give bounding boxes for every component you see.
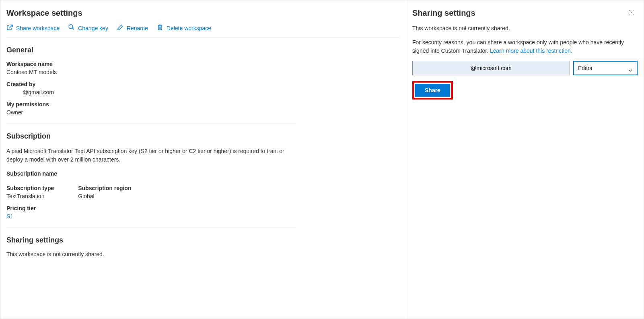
subscription-description: A paid Microsoft Translator Text API sub…	[6, 147, 296, 164]
close-button[interactable]	[628, 9, 636, 17]
share-workspace-button[interactable]: Share workspace	[6, 24, 60, 32]
role-select[interactable]: Editor	[573, 61, 638, 75]
pricing-tier-label: Pricing tier	[6, 205, 400, 211]
sharing-settings-panel: Sharing settings This workspace is not c…	[406, 0, 644, 319]
panel-status: This workspace is not currently shared.	[412, 24, 638, 33]
toolbar-label: Change key	[78, 25, 108, 31]
edit-icon	[117, 24, 123, 32]
toolbar: Share workspace Change key Rename Delete…	[6, 24, 400, 38]
subscription-region-value: Global	[78, 193, 131, 199]
subscription-heading: Subscription	[6, 132, 400, 141]
role-select-value: Editor	[578, 65, 593, 71]
toolbar-label: Rename	[127, 25, 148, 31]
learn-more-link[interactable]: Learn more about this restriction.	[490, 48, 572, 54]
permissions-label: My permissions	[6, 101, 400, 108]
subscription-type-label: Subscription type	[6, 185, 54, 191]
toolbar-label: Delete workspace	[167, 25, 211, 31]
share-button-highlight: Share	[412, 81, 453, 99]
sharing-heading: Sharing settings	[6, 236, 400, 244]
share-email-input[interactable]	[412, 61, 570, 75]
panel-security-note: For security reasons, you can share a wo…	[412, 38, 638, 55]
key-icon	[68, 24, 75, 32]
panel-title: Sharing settings	[412, 8, 638, 18]
subscription-name-label: Subscription name	[6, 170, 400, 177]
rename-button[interactable]: Rename	[117, 24, 148, 32]
created-by-label: Created by	[6, 81, 400, 87]
delete-workspace-button[interactable]: Delete workspace	[157, 24, 211, 32]
divider	[6, 124, 296, 124]
sharing-status: This workspace is not currently shared.	[6, 251, 400, 257]
workspace-settings-panel: Workspace settings Share workspace Chang…	[0, 0, 406, 319]
page-title: Workspace settings	[6, 8, 400, 18]
subscription-type-value: TextTranslation	[6, 193, 54, 199]
share-button[interactable]: Share	[415, 84, 450, 97]
close-icon	[628, 10, 635, 17]
trash-icon	[157, 24, 163, 32]
workspace-name-label: Workspace name	[6, 61, 400, 67]
permissions-value: Owner	[6, 109, 400, 116]
subscription-region-label: Subscription region	[78, 185, 131, 191]
general-heading: General	[6, 46, 400, 54]
workspace-name-value: Contoso MT models	[6, 69, 400, 75]
created-by-value: @gmail.com	[6, 89, 400, 95]
pricing-tier-value: S1	[6, 213, 400, 220]
change-key-button[interactable]: Change key	[68, 24, 108, 32]
divider	[6, 228, 296, 228]
share-icon	[6, 24, 13, 32]
toolbar-label: Share workspace	[16, 25, 60, 31]
